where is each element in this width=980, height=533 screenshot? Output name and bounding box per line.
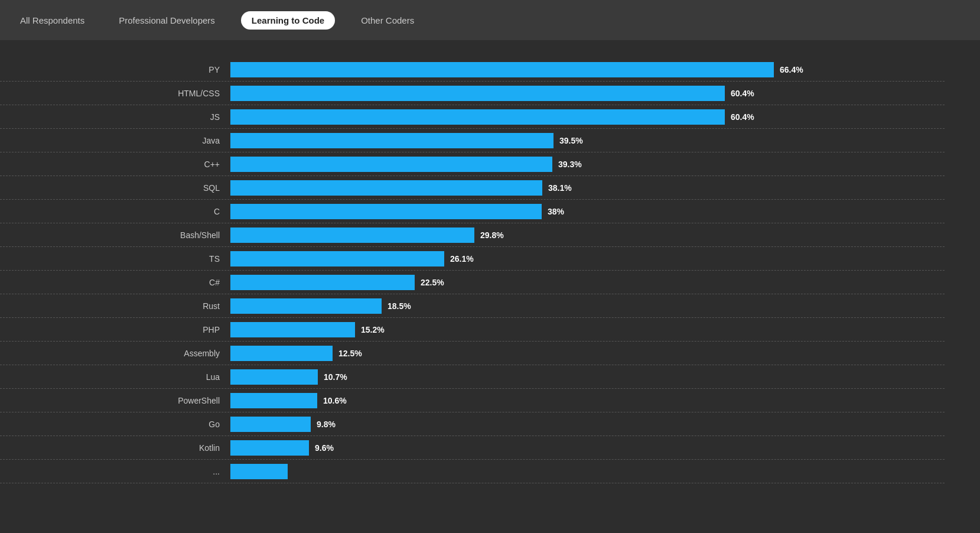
chart-row: Bash/Shell29.8% bbox=[0, 223, 945, 247]
bar-wrapper: 22.5% bbox=[230, 275, 945, 290]
bar-label: JS bbox=[0, 112, 230, 122]
bar bbox=[230, 322, 355, 337]
bar-label: C bbox=[0, 207, 230, 216]
bar bbox=[230, 393, 317, 408]
bar bbox=[230, 275, 415, 290]
tab-all[interactable]: All Respondents bbox=[12, 12, 93, 29]
bar-value: 10.6% bbox=[323, 396, 347, 405]
bar-label: Lua bbox=[0, 372, 230, 382]
bar bbox=[230, 157, 552, 172]
bar-label: Rust bbox=[0, 301, 230, 311]
tab-pro[interactable]: Professional Developers bbox=[110, 12, 223, 29]
bar bbox=[230, 180, 542, 196]
bar-wrapper: 12.5% bbox=[230, 346, 945, 361]
bar-value: 60.4% bbox=[731, 89, 754, 98]
bar bbox=[230, 369, 318, 385]
bar-wrapper: 29.8% bbox=[230, 228, 945, 243]
bar-wrapper bbox=[230, 464, 945, 479]
bar-wrapper: 10.7% bbox=[230, 369, 945, 385]
bar bbox=[230, 417, 311, 432]
tab-bar: All RespondentsProfessional DevelopersLe… bbox=[0, 0, 980, 40]
bar-value: 38% bbox=[548, 207, 564, 216]
bar-value: 10.7% bbox=[324, 372, 347, 382]
bar-value: 9.6% bbox=[315, 443, 334, 453]
bar-label: C# bbox=[0, 278, 230, 287]
bar-label: Java bbox=[0, 136, 230, 145]
bar-value: 18.5% bbox=[388, 301, 411, 311]
bar bbox=[230, 464, 288, 479]
bar bbox=[230, 133, 554, 148]
bar-label: Go bbox=[0, 420, 230, 429]
bar-value: 39.5% bbox=[559, 136, 583, 145]
bar-label: PY bbox=[0, 65, 230, 74]
bar-value: 9.8% bbox=[317, 420, 336, 429]
bar-label: PHP bbox=[0, 325, 230, 334]
bar-wrapper: 15.2% bbox=[230, 322, 945, 337]
tab-learning[interactable]: Learning to Code bbox=[241, 11, 335, 30]
bar-value: 15.2% bbox=[361, 325, 385, 334]
bar-label: HTML/CSS bbox=[0, 89, 230, 98]
bar-wrapper: 60.4% bbox=[230, 86, 945, 101]
bar-label: TS bbox=[0, 254, 230, 264]
bar-wrapper: 9.8% bbox=[230, 417, 945, 432]
bar-label: Bash/Shell bbox=[0, 230, 230, 240]
bar bbox=[230, 228, 474, 243]
bar-wrapper: 10.6% bbox=[230, 393, 945, 408]
bar bbox=[230, 298, 382, 314]
bar bbox=[230, 251, 444, 266]
chart-row: Lua10.7% bbox=[0, 365, 945, 389]
bar bbox=[230, 109, 725, 125]
chart-row: PowerShell10.6% bbox=[0, 389, 945, 412]
bar-wrapper: 9.6% bbox=[230, 440, 945, 456]
chart-row: SQL38.1% bbox=[0, 176, 945, 200]
chart-row: HTML/CSS60.4% bbox=[0, 82, 945, 105]
bar-label: SQL bbox=[0, 183, 230, 193]
chart-row: ... bbox=[0, 460, 945, 483]
chart-row: PY66.4% bbox=[0, 58, 945, 82]
bar bbox=[230, 86, 725, 101]
bar-value: 29.8% bbox=[480, 230, 504, 240]
bar-wrapper: 18.5% bbox=[230, 298, 945, 314]
bar-wrapper: 26.1% bbox=[230, 251, 945, 266]
bar-wrapper: 38.1% bbox=[230, 180, 945, 196]
bar-value: 60.4% bbox=[731, 112, 754, 122]
bar-value: 39.3% bbox=[558, 160, 582, 169]
bar bbox=[230, 204, 542, 219]
chart-row: Assembly12.5% bbox=[0, 342, 945, 365]
bar-wrapper: 39.3% bbox=[230, 157, 945, 172]
chart-row: TS26.1% bbox=[0, 247, 945, 271]
chart-row: Kotlin9.6% bbox=[0, 436, 945, 460]
bar bbox=[230, 440, 309, 456]
chart-row: PHP15.2% bbox=[0, 318, 945, 342]
bar-wrapper: 66.4% bbox=[230, 62, 945, 77]
bar-label: C++ bbox=[0, 160, 230, 169]
chart-container: PY66.4%HTML/CSS60.4%JS60.4%Java39.5%C++3… bbox=[0, 40, 980, 501]
bar-label: Kotlin bbox=[0, 443, 230, 453]
bar-value: 26.1% bbox=[450, 254, 474, 264]
bar-value: 38.1% bbox=[548, 183, 572, 193]
chart-row: Go9.8% bbox=[0, 412, 945, 436]
tab-other[interactable]: Other Coders bbox=[353, 12, 422, 29]
bar bbox=[230, 62, 774, 77]
bar-wrapper: 60.4% bbox=[230, 109, 945, 125]
bar-wrapper: 38% bbox=[230, 204, 945, 219]
bar-label: Assembly bbox=[0, 349, 230, 358]
bar-value: 12.5% bbox=[338, 349, 362, 358]
chart-row: C++39.3% bbox=[0, 152, 945, 176]
chart-row: C38% bbox=[0, 200, 945, 223]
chart-row: JS60.4% bbox=[0, 105, 945, 129]
bar-value: 66.4% bbox=[780, 65, 803, 74]
bar-wrapper: 39.5% bbox=[230, 133, 945, 148]
chart-row: C#22.5% bbox=[0, 271, 945, 294]
bar-value: 22.5% bbox=[421, 278, 444, 287]
bar-label: ... bbox=[0, 467, 230, 476]
chart-row: Rust18.5% bbox=[0, 294, 945, 318]
bar bbox=[230, 346, 333, 361]
bar-label: PowerShell bbox=[0, 396, 230, 405]
chart-row: Java39.5% bbox=[0, 129, 945, 152]
